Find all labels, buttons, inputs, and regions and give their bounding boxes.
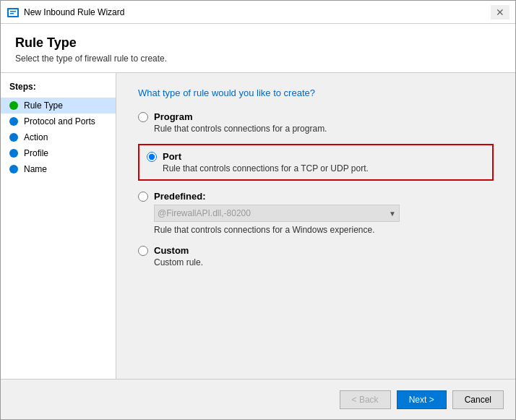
desc-program: Rule that controls connections for a pro… — [154, 124, 494, 134]
close-button[interactable]: ✕ — [491, 5, 509, 20]
page-title: Rule Type — [15, 35, 501, 51]
label-custom: Custom — [154, 245, 189, 256]
cancel-button[interactable]: Cancel — [452, 390, 504, 409]
main-content: What type of rule would you like to crea… — [116, 73, 515, 379]
question-text: What type of rule would you like to crea… — [138, 87, 494, 98]
desc-predefined: Rule that controls connections for a Win… — [154, 225, 494, 235]
sidebar-label-rule-type: Rule Type — [24, 100, 63, 111]
option-custom: Custom Custom rule. — [138, 245, 494, 267]
svg-rect-3 — [10, 13, 14, 14]
header-section: Rule Type Select the type of firewall ru… — [1, 24, 515, 73]
radio-program[interactable] — [138, 112, 148, 122]
label-predefined: Predefined: — [154, 191, 206, 202]
window-title: New Inbound Rule Wizard — [24, 7, 491, 17]
step-dot-action — [9, 133, 18, 142]
next-button[interactable]: Next > — [397, 390, 447, 409]
sidebar-item-rule-type[interactable]: Rule Type — [1, 98, 116, 113]
step-dot-rule-type — [9, 101, 18, 110]
sidebar-item-action[interactable]: Action — [1, 129, 116, 145]
radio-custom[interactable] — [138, 246, 148, 256]
step-dot-profile — [9, 149, 18, 158]
radio-predefined[interactable] — [138, 192, 148, 202]
page-subtitle: Select the type of firewall rule to crea… — [15, 53, 501, 64]
dropdown-arrow-icon: ▼ — [389, 210, 396, 218]
option-predefined: Predefined: @FirewallAPI.dll,-80200 ▼ Ru… — [138, 191, 494, 235]
radio-port[interactable] — [147, 152, 157, 162]
sidebar-item-profile[interactable]: Profile — [1, 145, 116, 161]
sidebar-item-name[interactable]: Name — [1, 161, 116, 177]
predefined-dropdown[interactable]: @FirewallAPI.dll,-80200 ▼ — [154, 205, 400, 222]
back-button[interactable]: < Back — [340, 390, 391, 409]
sidebar-label-protocol-ports: Protocol and Ports — [24, 116, 95, 127]
predefined-dropdown-value: @FirewallAPI.dll,-80200 — [158, 208, 251, 218]
sidebar: Steps: Rule Type Protocol and Ports Acti… — [1, 73, 116, 379]
svg-rect-1 — [9, 9, 17, 16]
sidebar-label-profile: Profile — [24, 148, 48, 158]
footer: < Back Next > Cancel — [1, 379, 515, 419]
content-area: Steps: Rule Type Protocol and Ports Acti… — [1, 73, 515, 379]
option-program: Program Rule that controls connections f… — [138, 111, 494, 134]
title-bar: New Inbound Rule Wizard ✕ — [1, 1, 515, 24]
steps-label: Steps: — [1, 82, 116, 98]
sidebar-label-name: Name — [24, 164, 47, 174]
desc-port: Rule that controls connections for a TCP… — [163, 163, 485, 173]
sidebar-item-protocol-ports[interactable]: Protocol and Ports — [1, 113, 116, 129]
desc-custom: Custom rule. — [154, 257, 494, 267]
wizard-window: New Inbound Rule Wizard ✕ Rule Type Sele… — [0, 0, 516, 420]
wizard-icon — [7, 6, 20, 19]
sidebar-label-action: Action — [24, 132, 48, 142]
step-dot-name — [9, 165, 18, 173]
step-dot-protocol-ports — [9, 117, 18, 126]
label-port: Port — [163, 151, 181, 162]
label-program: Program — [154, 111, 192, 122]
option-port-highlight: Port Rule that controls connections for … — [138, 144, 494, 181]
svg-rect-2 — [10, 11, 16, 12]
